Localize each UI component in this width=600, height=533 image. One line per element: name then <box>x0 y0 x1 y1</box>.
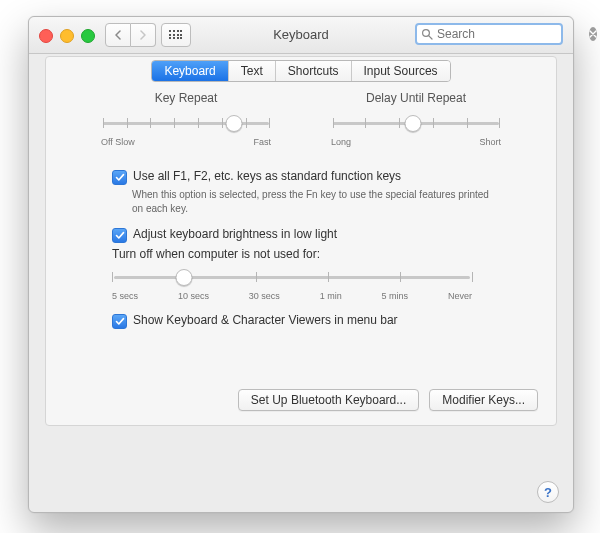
search-input[interactable] <box>433 26 589 42</box>
tick-label: Never <box>448 291 472 301</box>
tick-label: 10 secs <box>178 291 209 301</box>
delay-repeat-label: Delay Until Repeat <box>331 91 501 105</box>
settings-group: Key Repeat Off Slow Fast D <box>45 56 557 426</box>
tab-input-sources[interactable]: Input Sources <box>351 61 450 81</box>
close-icon <box>589 30 597 38</box>
slider-max-label: Fast <box>253 137 271 147</box>
slider-knob[interactable] <box>404 115 421 132</box>
titlebar: Keyboard <box>29 17 573 54</box>
help-icon: ? <box>544 485 552 500</box>
fn-keys-hint: When this option is selected, press the … <box>132 188 492 215</box>
search-field[interactable] <box>415 23 563 45</box>
tab-text[interactable]: Text <box>228 61 275 81</box>
bluetooth-keyboard-button[interactable]: Set Up Bluetooth Keyboard... <box>238 389 419 411</box>
checkbox-checked-icon <box>112 170 127 185</box>
modifier-keys-button[interactable]: Modifier Keys... <box>429 389 538 411</box>
brightness-checkbox-row[interactable]: Adjust keyboard brightness in low light <box>112 227 492 243</box>
tick-label: 30 secs <box>249 291 280 301</box>
window-body: Key Repeat Off Slow Fast D <box>29 54 573 513</box>
idle-slider[interactable] <box>112 267 472 287</box>
slider-min-label: Off Slow <box>101 137 135 147</box>
tab-shortcuts[interactable]: Shortcuts <box>275 61 351 81</box>
clear-search-button[interactable] <box>589 27 597 41</box>
repeat-sliders: Key Repeat Off Slow Fast D <box>64 91 538 147</box>
fn-keys-checkbox-row[interactable]: Use all F1, F2, etc. keys as standard fu… <box>112 169 492 185</box>
delay-repeat-slider[interactable] <box>331 113 501 133</box>
svg-line-1 <box>429 36 432 39</box>
options: Use all F1, F2, etc. keys as standard fu… <box>112 169 492 329</box>
slider-max-label: Short <box>479 137 501 147</box>
checkbox-checked-icon <box>112 228 127 243</box>
viewers-label: Show Keyboard & Character Viewers in men… <box>133 313 398 327</box>
help-button[interactable]: ? <box>537 481 559 503</box>
key-repeat-label: Key Repeat <box>101 91 271 105</box>
idle-label: Turn off when computer is not used for: <box>112 247 492 261</box>
tab-bar: Keyboard Text Shortcuts Input Sources <box>29 60 573 82</box>
bottom-buttons: Set Up Bluetooth Keyboard... Modifier Ke… <box>238 389 538 411</box>
slider-knob[interactable] <box>176 269 193 286</box>
tick-label: 5 mins <box>382 291 409 301</box>
slider-min-label: Long <box>331 137 351 147</box>
key-repeat-block: Key Repeat Off Slow Fast <box>101 91 271 147</box>
slider-knob[interactable] <box>225 115 242 132</box>
delay-repeat-block: Delay Until Repeat Long Short <box>331 91 501 147</box>
brightness-label: Adjust keyboard brightness in low light <box>133 227 337 241</box>
tick-label: 5 secs <box>112 291 138 301</box>
tick-label: 1 min <box>320 291 342 301</box>
key-repeat-slider[interactable] <box>101 113 271 133</box>
tab-keyboard[interactable]: Keyboard <box>152 61 227 81</box>
viewers-checkbox-row[interactable]: Show Keyboard & Character Viewers in men… <box>112 313 492 329</box>
checkbox-checked-icon <box>112 314 127 329</box>
fn-keys-label: Use all F1, F2, etc. keys as standard fu… <box>133 169 401 183</box>
keyboard-preferences-window: Keyboard Key Repeat <box>28 16 574 513</box>
idle-slider-block: 5 secs 10 secs 30 secs 1 min 5 mins Neve… <box>112 267 492 301</box>
search-icon <box>421 28 433 40</box>
